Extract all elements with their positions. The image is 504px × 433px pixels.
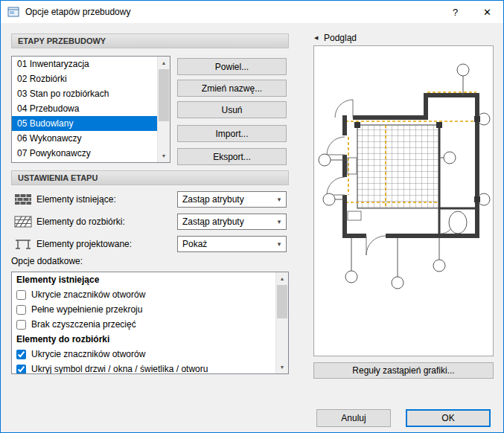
preview-pane — [313, 45, 494, 356]
option-label: Ukrycie znaczników otworów — [31, 289, 145, 300]
phase-item[interactable]: 03 Stan po rozbiórkach — [12, 86, 157, 101]
up-arrow-icon: ▲ — [162, 60, 167, 65]
scroll-down-button[interactable]: ▼ — [158, 150, 170, 162]
options-scrollbar[interactable]: ▲ ▼ — [275, 272, 288, 373]
scroll-up-button[interactable]: ▲ — [276, 272, 288, 285]
existing-elements-icon — [14, 193, 32, 206]
duplicate-button[interactable]: Powiel... — [177, 58, 287, 75]
ok-button[interactable]: OK — [406, 409, 491, 427]
option-label: Brak czyszczenia przecięć — [31, 319, 136, 330]
phases-scrollbar[interactable]: ▲ ▼ — [157, 57, 170, 162]
phases-section-header: ETAPY PRZEBUDOWY — [11, 33, 289, 48]
planned-elements-select[interactable]: Pokaż ▾ — [177, 236, 287, 252]
scrollbar-thumb[interactable] — [277, 285, 287, 318]
import-button[interactable]: Import... — [177, 125, 287, 142]
phase-item[interactable]: 05 Budowlany — [12, 116, 157, 131]
options-listbox: Elementy istniejące Ukrycie znaczników o… — [11, 272, 289, 374]
preview-label: Podgląd — [324, 33, 357, 43]
chevron-down-icon: ▾ — [272, 218, 286, 225]
scroll-up-button[interactable]: ▲ — [158, 57, 170, 69]
checkbox[interactable] — [16, 350, 26, 359]
phase-item[interactable]: 06 Wykonawczy — [12, 131, 157, 146]
up-arrow-icon: ▲ — [280, 276, 285, 281]
option-label: Ukryj symbol drzwi / okna / świetlika / … — [31, 364, 208, 373]
option-row[interactable]: Ukryj symbol drzwi / okna / świetlika / … — [12, 362, 275, 373]
floor-plan-drawing — [314, 46, 493, 356]
option-row[interactable]: Pełne wypełnienie przekroju — [12, 302, 275, 317]
extra-options-label: Opcje dodatkowe: — [11, 256, 83, 266]
graphic-override-rules-button[interactable]: Reguły zastąpień grafiki... — [313, 362, 494, 379]
checkbox[interactable] — [16, 290, 26, 300]
selected-value: Pokaż — [178, 239, 272, 249]
option-label: Ukrycie znaczników otworów — [31, 349, 145, 359]
selected-value: Zastąp atrybuty — [178, 216, 272, 227]
chevron-down-icon: ▾ — [272, 196, 286, 203]
planned-elements-icon — [14, 237, 32, 251]
close-icon[interactable]: ✕ — [471, 1, 503, 23]
help-button[interactable]: ? — [439, 1, 471, 23]
option-row[interactable]: Ukrycie znaczników otworów — [12, 287, 275, 302]
window-title: Opcje etapów przebudowy — [25, 7, 130, 17]
scrollbar-thumb[interactable] — [159, 69, 169, 121]
rename-button[interactable]: Zmień nazwę... — [177, 80, 287, 97]
phase-item[interactable]: 07 Powykonawczy — [12, 146, 157, 161]
option-row[interactable]: Brak czyszczenia przecięć — [12, 317, 275, 332]
checkbox[interactable] — [16, 305, 26, 315]
option-label: Pełne wypełnienie przekroju — [31, 304, 142, 315]
scroll-down-button[interactable]: ▼ — [276, 361, 288, 373]
down-arrow-icon: ▼ — [280, 365, 285, 370]
checkbox[interactable] — [16, 320, 26, 330]
phase-item[interactable]: 02 Rozbiórki — [12, 71, 157, 86]
app-icon — [7, 6, 19, 18]
cancel-button[interactable]: Anuluj — [316, 409, 391, 427]
dialog-window: Opcje etapów przebudowy ? ✕ ETAPY PRZEBU… — [0, 0, 504, 433]
phase-item[interactable]: 04 Przebudowa — [12, 101, 157, 116]
selected-value: Zastąp atrybuty — [178, 194, 272, 205]
demolition-elements-select[interactable]: Zastąp atrybuty ▾ — [177, 214, 287, 230]
option-group-header: Elementy do rozbiórki — [12, 332, 275, 347]
export-button[interactable]: Eksport... — [177, 148, 287, 165]
demolition-elements-label: Elementy do rozbiórki: — [36, 214, 125, 230]
title-bar: Opcje etapów przebudowy ? ✕ — [1, 1, 503, 23]
planned-elements-label: Elementy projektowane: — [36, 236, 132, 252]
phases-list: 01 Inwentaryzacja 02 Rozbiórki 03 Stan p… — [12, 57, 157, 162]
chevron-down-icon: ▾ — [272, 240, 286, 248]
settings-section-header: USTAWIENIA ETAPU — [11, 170, 289, 185]
options-list: Elementy istniejące Ukrycie znaczników o… — [12, 272, 275, 373]
option-row[interactable]: Ukrycie znaczników otworów — [12, 347, 275, 362]
existing-elements-label: Elementy istniejące: — [36, 191, 116, 208]
down-arrow-icon: ▼ — [162, 153, 167, 158]
phases-listbox: 01 Inwentaryzacja 02 Rozbiórki 03 Stan p… — [11, 56, 170, 163]
checkbox[interactable] — [16, 365, 26, 374]
existing-elements-select[interactable]: Zastąp atrybuty ▾ — [177, 191, 287, 208]
collapse-preview-icon[interactable]: ◀ — [314, 35, 318, 41]
option-group-header: Elementy istniejące — [12, 272, 275, 287]
phase-item[interactable]: 01 Inwentaryzacja — [12, 57, 157, 71]
demolition-elements-icon — [14, 215, 32, 228]
delete-button[interactable]: Usuń — [177, 101, 287, 118]
